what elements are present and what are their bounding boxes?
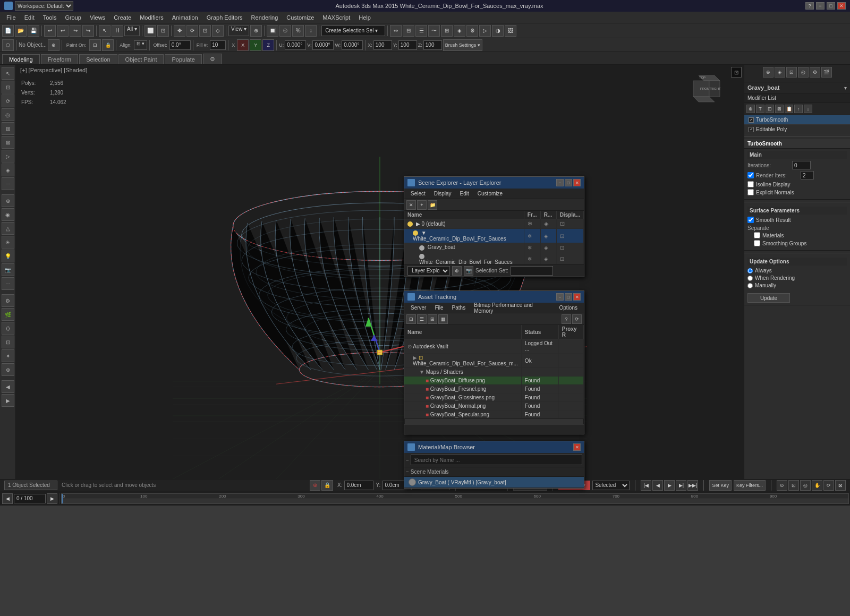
le-tb-folder[interactable]: 📁 [428,200,437,210]
layer-btn[interactable]: ☰ [415,25,427,37]
tl-nav-btn2[interactable]: ▶ [47,493,57,504]
y-btn[interactable]: Y [250,39,261,51]
mod-icon-3[interactable]: ⊡ [766,105,774,113]
play-next-btn[interactable]: ▶| [676,480,686,491]
at-tb-refresh[interactable]: ⟳ [572,314,582,324]
lock-btn[interactable]: 🔒 [321,480,333,491]
le-menu-select[interactable]: Select [406,190,430,198]
at-menu-file[interactable]: File [430,304,447,312]
layer-row-3[interactable]: White_Ceramic_Dip_Bowl_For_Sauces ❄ ◈ ⊡ [404,252,584,264]
timeline-track[interactable]: 0 100 200 300 400 500 600 700 800 900 [61,493,849,504]
set-key-btn[interactable]: Set Key [709,480,732,491]
at-min-btn[interactable]: − [556,293,564,301]
x-coord-input[interactable] [344,481,373,490]
layer-row-1[interactable]: ▼ White_Ceramic_Dip_Bowl_For_Sauces ❄ ◈ … [404,229,584,243]
lt-diamond[interactable]: ◈ [2,164,14,176]
asset-table-container[interactable]: Name Status Proxy R ⊙ Autodesk Vault Log… [404,325,584,418]
lt-more2[interactable]: ⋯ [2,277,14,290]
manually-radio[interactable] [747,283,753,288]
scale-btn[interactable]: ⊡ [199,25,211,37]
le-tb-new-layer[interactable]: + [417,200,427,210]
mod-icon-6[interactable]: ↑ [794,105,803,113]
mod-icon-7[interactable]: ↓ [804,105,812,113]
lt-dot[interactable]: ◉ [2,208,14,221]
snap-to-grid-btn[interactable]: ⊕ [310,480,320,491]
at-row-normal[interactable]: ■ GravyBoat_Normal.png Found [404,402,584,410]
rotate-btn[interactable]: ⟳ [186,25,198,37]
lt-poly[interactable]: ⊡ [2,81,14,93]
lt-more[interactable]: ⋯ [2,177,14,190]
viewport[interactable]: [+] [Perspective] [Shaded] Polys: 2,556 … [16,65,744,479]
curve-btn[interactable]: 〜 [428,25,440,37]
tab-selection[interactable]: Selection [79,54,117,64]
lt-next[interactable]: ▶ [2,394,14,407]
angle-snap-btn[interactable]: ⦾ [279,25,291,37]
at-row-glossiness[interactable]: ■ GravyBoat_Glossiness.png Found [404,393,584,402]
menu-maxscript[interactable]: MAXScript [318,13,354,22]
render-frame-btn[interactable]: 🖼 [505,25,516,37]
le-menu-edit[interactable]: Edit [456,190,473,198]
smoothing-groups-checkbox[interactable] [754,240,760,246]
vp-maximize-btn2[interactable]: ⊠ [835,480,846,491]
lt-rotate[interactable]: ⟳ [2,95,14,107]
vp-pan-btn[interactable]: ✋ [812,480,822,491]
lt-grid[interactable]: ⊞ [2,122,14,135]
tab-populate[interactable]: Populate [165,54,201,64]
update-button[interactable]: Update [747,293,790,303]
at-row-diffuse[interactable]: ■ GravyBoat_Diffuse.png Found [404,377,584,385]
menu-rendering[interactable]: Rendering [247,13,283,22]
fill-input[interactable] [210,40,226,50]
lt-camera[interactable]: 📷 [2,263,14,276]
le-icon-1[interactable]: ⊕ [452,266,462,276]
prop-dropdown-arrow[interactable]: ▾ [844,85,847,91]
at-close-btn[interactable]: ✕ [573,293,581,301]
prop-icon-2[interactable]: ◈ [775,67,785,78]
offset-input[interactable] [169,40,191,50]
at-row-file[interactable]: ▶ ⊡ White_Ceramic_Dip_Bowl_For_Sauces_m.… [404,354,584,368]
lt-angle[interactable]: ⟨⟩ [2,322,14,335]
le-tb-close[interactable]: ✕ [406,200,416,210]
active-shade-btn[interactable]: ◑ [492,25,504,37]
at-row-specular[interactable]: ■ GravyBoat_Specular.png Found [404,410,584,418]
panel-restore-btn[interactable]: □ [565,179,572,186]
pivot-btn[interactable]: ⊕ [250,25,262,37]
render-iters-input[interactable] [801,171,814,179]
menu-create[interactable]: Create [109,13,135,22]
workspace-dropdown[interactable]: Workspace: Default [15,1,73,11]
schematic-btn[interactable]: ⊞ [441,25,453,37]
le-explorer-dropdown[interactable]: Layer Explorer [407,266,450,276]
at-tb-2[interactable]: ☰ [417,314,427,324]
place-btn[interactable]: ◇ [212,25,224,37]
play-btn[interactable]: ▶ [664,480,675,491]
always-radio[interactable] [747,268,753,273]
align-btn[interactable]: ⊟ [403,25,414,37]
menu-modifiers[interactable]: Modifiers [135,13,168,22]
move-btn[interactable]: ✥ [174,25,185,37]
le-icon-2[interactable]: 📷 [464,266,473,276]
minimize-button[interactable]: − [816,2,824,10]
menu-animation[interactable]: Animation [168,13,202,22]
lt-sun[interactable]: ☀ [2,236,14,249]
mirror-btn[interactable]: ⇔ [390,25,402,37]
lt-tri[interactable]: △ [2,222,14,235]
mat-editor-btn[interactable]: ◈ [454,25,465,37]
menu-graph-editors[interactable]: Graph Editors [202,13,247,22]
iterations-input[interactable] [792,161,811,169]
mod-icon-1[interactable]: ⊕ [746,105,755,113]
lt-leaf[interactable]: 🌿 [2,308,14,321]
menu-help[interactable]: Help [354,13,375,22]
redo-btn2[interactable]: ↪ [82,25,94,37]
spinner-snap-btn[interactable]: ↕ [305,25,317,37]
v-input[interactable] [312,40,334,50]
menu-tools[interactable]: Tools [39,13,61,22]
prop-icon-5[interactable]: ⚙ [810,67,820,78]
layer-explorer-titlebar[interactable]: Scene Explorer - Layer Explorer − □ ✕ [404,177,584,189]
turbosmooth-header[interactable]: TurboSmooth [744,139,850,149]
materials-checkbox[interactable] [754,232,760,238]
save-btn[interactable]: 💾 [28,25,39,37]
modifier-editable-poly[interactable]: ✓ Editable Poly [744,125,850,134]
lt-play[interactable]: ▷ [2,150,14,162]
at-menu-paths[interactable]: Paths [448,304,470,312]
lt-circle[interactable]: ◎ [2,108,14,121]
x-btn[interactable]: X [237,39,249,51]
